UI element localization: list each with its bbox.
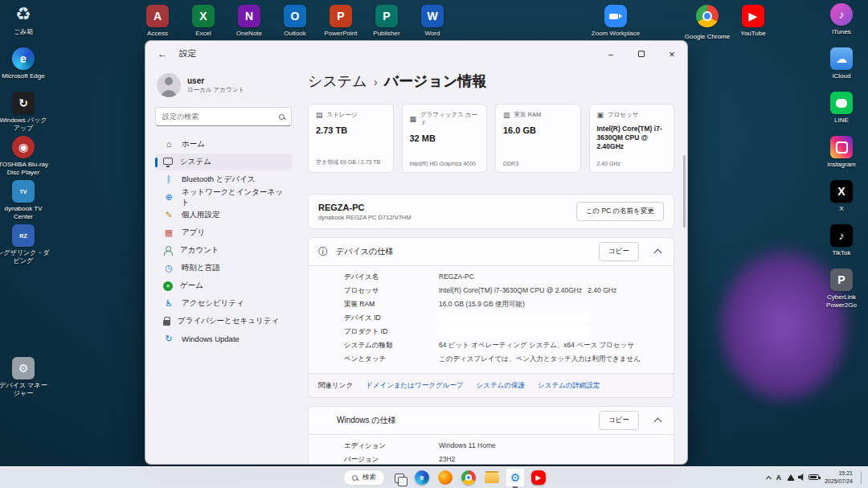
desktop-icon-tiktok[interactable]: ♪TikTok xyxy=(815,224,868,257)
sidebar-item-label: ホーム xyxy=(182,139,205,150)
spec-row: ペンとタッチこのディスプレイでは、ペン入力とタッチ入力は利用できません xyxy=(344,355,664,363)
network-icon: ⊕ xyxy=(163,193,174,202)
ime-indicator[interactable]: A xyxy=(776,474,781,482)
sidebar-item-privacy[interactable]: プライバシーとセキュリティ xyxy=(155,313,292,330)
taskbar-explorer-button[interactable] xyxy=(482,468,502,487)
firefox-icon xyxy=(438,470,452,485)
taskbar-firefox-button[interactable] xyxy=(436,468,455,487)
search-icon xyxy=(352,475,358,481)
spec-row-label: バージョン xyxy=(344,455,439,464)
windows-spec-header[interactable]: Windows の仕様 コピー xyxy=(308,406,674,435)
chevron-up-icon[interactable] xyxy=(654,249,662,257)
sidebar-item-update[interactable]: ↻Windows Update xyxy=(155,330,292,347)
sidebar-item-bluetooth[interactable]: ᛒBluetooth とデバイス xyxy=(155,171,292,188)
spec-row-value: REGZA-PC xyxy=(439,273,664,281)
desktop-icon-regza-link[interactable]: RZレグザリンク・ダビング xyxy=(0,224,50,265)
outlook-icon: O xyxy=(284,5,306,27)
sidebar-item-gaming[interactable]: ×ゲーム xyxy=(155,277,292,294)
related-link-3[interactable]: システムの詳細設定 xyxy=(538,381,600,391)
spec-row-value: 64 ビット オペレーティング システム、x64 ベース プロセッサ xyxy=(439,341,664,350)
taskbar-start-button[interactable] xyxy=(320,468,339,487)
sidebar-item-network[interactable]: ⊕ネットワークとインターネット xyxy=(155,189,292,206)
spec-card-header: ▣プロセッサ xyxy=(597,111,667,119)
device-spec-copy-button[interactable]: コピー xyxy=(599,242,639,261)
desktop-icon-recycle-bin[interactable]: ♻ごみ箱 xyxy=(0,3,50,36)
desktop-icon-device-manager[interactable]: ⚙デバイス マネージャー xyxy=(0,357,50,397)
desktop-icon-youtube[interactable]: ▶YouTube xyxy=(727,5,780,38)
account-block[interactable]: user ローカル アカウント xyxy=(155,72,292,104)
desktop-icon-itunes[interactable]: ♪iTunes xyxy=(815,3,868,36)
settings-search-box[interactable] xyxy=(155,107,292,126)
desktop-icon-edge[interactable]: eMicrosoft Edge xyxy=(0,47,50,80)
minimize-button[interactable]: – xyxy=(596,41,626,67)
taskbar-youtube-button[interactable]: ▶ xyxy=(529,468,548,487)
youtube-icon: ▶ xyxy=(531,470,546,485)
back-button[interactable]: ← xyxy=(155,47,170,61)
sidebar-item-time[interactable]: ◷時刻と言語 xyxy=(155,260,292,277)
related-link-1[interactable]: ドメインまたはワークグループ xyxy=(366,381,463,391)
scrollbar-thumb[interactable] xyxy=(683,155,686,228)
settings-search-input[interactable] xyxy=(162,113,274,121)
desktop-icon-x[interactable]: XX xyxy=(815,180,868,213)
related-link-2[interactable]: システムの保護 xyxy=(477,381,526,391)
taskbar-edge-button[interactable]: e xyxy=(412,468,432,487)
close-button[interactable]: × xyxy=(657,41,687,67)
sidebar-item-system[interactable]: システム xyxy=(155,154,292,170)
taskbar-chrome-button[interactable] xyxy=(459,468,478,487)
sidebar-item-label: ゲーム xyxy=(180,281,203,291)
task-view-icon xyxy=(391,470,406,485)
sidebar-item-home[interactable]: ⌂ホーム xyxy=(155,136,292,153)
desktop-icon-windows-backup[interactable]: ↻Windows バックアップ xyxy=(0,92,50,132)
sidebar-item-accounts[interactable]: アカウント xyxy=(155,242,292,259)
spec-card-sub: Intel(R) HD Graphics 4000 xyxy=(410,161,480,166)
spec-card-header: ▤ストレージ xyxy=(316,111,386,119)
itunes-icon: ♪ xyxy=(830,3,853,26)
desktop-icon-label: TOSHIBA Blu-ray Disc Player xyxy=(0,161,50,176)
spec-card-value: 2.73 TB xyxy=(316,125,386,136)
chevron-up-icon[interactable] xyxy=(654,418,662,426)
clock[interactable]: 15:21 2025/07/24 xyxy=(825,470,853,485)
bluetooth-icon: ᛒ xyxy=(163,175,174,184)
breadcrumb-parent[interactable]: システム xyxy=(308,72,367,91)
desktop-icon-zoom[interactable]: Zoom Workplace xyxy=(589,5,642,38)
show-desktop-button[interactable] xyxy=(861,471,862,484)
sidebar-item-accessibility[interactable]: ♿アクセシビリティ xyxy=(155,295,292,312)
maximize-button[interactable] xyxy=(626,41,657,67)
desktop-icon-bluray[interactable]: ◉TOSHIBA Blu-ray Disc Player xyxy=(0,136,50,176)
desktop-icon-instagram[interactable]: Instagram xyxy=(815,136,868,169)
spec-card-value: 16.0 GB xyxy=(503,125,573,136)
desktop-icon-label: Zoom Workplace xyxy=(589,30,642,38)
taskbar-task-view-button[interactable] xyxy=(389,468,408,487)
sidebar-item-label: 個人用設定 xyxy=(182,210,220,220)
desktop-icon-icloud[interactable]: ☁iCloud xyxy=(815,47,868,80)
hidden-icons-chevron-icon[interactable] xyxy=(766,475,772,481)
taskbar-apps: e⚙▶ xyxy=(389,468,548,487)
desktop-icon-tv-center[interactable]: TVdynabook TV Center xyxy=(0,180,50,220)
device-manager-icon: ⚙ xyxy=(12,357,35,379)
bluray-icon: ◉ xyxy=(12,136,35,158)
device-spec-header[interactable]: ⓘ デバイスの仕様 コピー xyxy=(308,237,674,266)
home-icon: ⌂ xyxy=(163,140,174,149)
sidebar-item-personalization[interactable]: ✎個人用設定 xyxy=(155,207,292,223)
taskbar-search[interactable]: 検索 xyxy=(343,470,385,486)
spec-card-label: グラフィックス カード xyxy=(420,111,479,127)
titlebar: ← 設定 – × xyxy=(145,41,687,67)
taskbar-settings-button[interactable]: ⚙ xyxy=(506,468,525,487)
window-title: 設定 xyxy=(179,48,196,59)
rename-pc-button[interactable]: この PC の名前を変更 xyxy=(576,202,664,221)
ram-icon: ▥ xyxy=(503,112,510,119)
spec-card-storage: ▤ストレージ2.73 TB空き領域 69 GB / 2.73 TB xyxy=(308,104,394,173)
spec-card-value: 32 MB xyxy=(410,133,480,144)
desktop-icon-line[interactable]: LINE xyxy=(815,92,868,125)
spec-card-sub: 空き領域 69 GB / 2.73 TB xyxy=(316,158,386,166)
desktop-icon-word[interactable]: WWord xyxy=(406,5,459,38)
maximize-icon xyxy=(638,51,645,57)
windows-backup-icon: ↻ xyxy=(12,92,35,114)
storage-icon: ▤ xyxy=(316,112,323,119)
sidebar-item-apps[interactable]: ▦アプリ xyxy=(155,224,292,241)
desktop-icon-cyberlink[interactable]: PCyberLink Power2Go xyxy=(815,269,868,309)
window-controls: – × xyxy=(596,41,687,67)
gpu-icon: ▦ xyxy=(410,116,417,123)
windows-spec-copy-button[interactable]: コピー xyxy=(599,411,639,430)
tray-status-icons[interactable] xyxy=(787,474,819,481)
